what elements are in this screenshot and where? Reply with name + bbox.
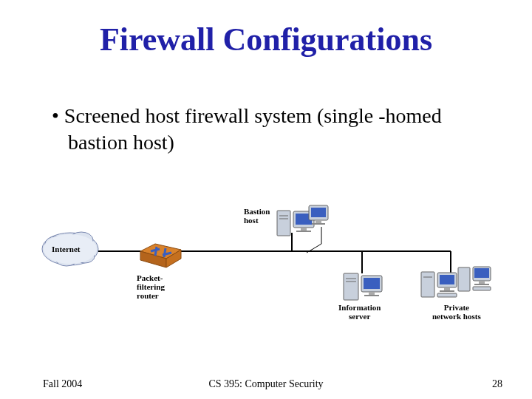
network-diagram: Internet Packet- filtering router Bastio…: [37, 203, 495, 329]
svg-rect-35: [364, 278, 380, 289]
svg-rect-38: [421, 272, 434, 297]
footer-center: CS 395: Computer Security: [0, 378, 532, 390]
svg-rect-47: [474, 268, 489, 278]
svg-rect-36: [369, 292, 375, 295]
svg-rect-26: [296, 231, 311, 232]
slide-title: Firewall Configurations: [30, 21, 502, 58]
svg-rect-30: [312, 223, 325, 225]
svg-rect-29: [316, 220, 321, 223]
private-hosts-label: Private network hosts: [432, 303, 481, 321]
svg-rect-25: [301, 228, 307, 231]
svg-line-18: [155, 247, 157, 256]
bastion-label: Bastion host: [244, 207, 270, 225]
info-server-label: Information server: [338, 303, 381, 321]
internet-label: Internet: [52, 245, 81, 253]
footer-right: 28: [492, 378, 502, 390]
svg-rect-45: [458, 267, 470, 291]
svg-rect-28: [311, 208, 326, 217]
svg-line-19: [164, 248, 166, 257]
svg-rect-31: [344, 273, 358, 300]
private-host-right-icon: [458, 267, 491, 291]
svg-rect-37: [364, 295, 379, 296]
svg-rect-49: [474, 284, 489, 285]
svg-rect-42: [444, 287, 450, 290]
router-label: Packet- filtering router: [137, 273, 165, 300]
svg-rect-44: [437, 293, 457, 297]
router-icon: [140, 244, 181, 267]
svg-rect-50: [473, 287, 491, 290]
svg-rect-41: [440, 275, 454, 284]
info-server-icon: [344, 273, 382, 300]
svg-rect-20: [277, 211, 290, 236]
slide: Firewall Configurations Screened host fi…: [0, 0, 532, 399]
svg-rect-48: [479, 281, 485, 284]
private-host-left-icon: [421, 272, 457, 297]
bullet-text: Screened host firewall system (single -h…: [52, 103, 502, 157]
svg-rect-43: [440, 290, 454, 292]
